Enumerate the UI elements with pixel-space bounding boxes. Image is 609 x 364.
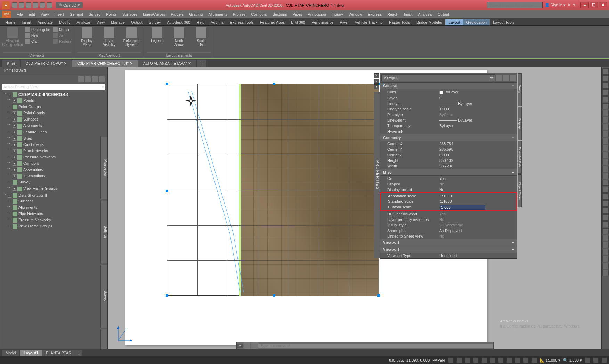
- viewport-config-button[interactable]: ViewportConfiguration: [3, 27, 22, 47]
- rtool-icon-6[interactable]: [602, 110, 609, 116]
- ribtab-manage[interactable]: Manage: [108, 19, 128, 25]
- doctab-1[interactable]: C3D-METRIC-TOPO* ✕: [21, 60, 72, 67]
- selectobjects-icon[interactable]: [510, 75, 516, 81]
- layouttab-layout1[interactable]: Layout1: [20, 350, 42, 356]
- rtool-icon-20[interactable]: [602, 207, 609, 214]
- layouttab-planta-ptar[interactable]: PLANTA PTAR: [42, 350, 75, 356]
- ribtab-featured-apps[interactable]: Featured Apps: [257, 19, 288, 25]
- menu-input[interactable]: Input: [401, 12, 415, 16]
- open-icon[interactable]: [19, 2, 24, 8]
- toolspace-icon-3[interactable]: [92, 76, 98, 82]
- ribtab-insert[interactable]: Insert: [18, 19, 34, 25]
- palette-pin-icon[interactable]: ▸: [374, 79, 379, 84]
- rtool-icon-29[interactable]: [602, 270, 609, 276]
- rtool-icon-16[interactable]: [602, 180, 609, 186]
- prop-width[interactable]: Width535.238: [380, 163, 517, 169]
- menu-insert[interactable]: Insert: [51, 12, 67, 16]
- display-button[interactable]: DisplayMaps: [77, 27, 97, 47]
- ortho-toggle-icon[interactable]: [465, 357, 470, 363]
- rtool-icon-9[interactable]: [602, 131, 609, 137]
- tree-feature-lines[interactable]: +Feature Lines: [8, 129, 98, 135]
- ribtab-performance[interactable]: Performance: [308, 19, 336, 25]
- ribtab-vehicle-tracking[interactable]: Vehicle Tracking: [352, 19, 386, 25]
- prop-shade-plot[interactable]: Shade plotAs Displayed: [380, 228, 517, 233]
- rtool-icon-4[interactable]: [602, 96, 609, 102]
- menu-general[interactable]: General: [67, 12, 86, 16]
- help-icon[interactable]: ?: [573, 3, 575, 7]
- workspace-icon[interactable]: [585, 357, 590, 363]
- redo-icon[interactable]: [47, 2, 52, 8]
- grid-toggle-icon[interactable]: [448, 357, 454, 363]
- prop-rtab-design[interactable]: Design: [518, 73, 522, 106]
- prop-annotation-scale[interactable]: Annotation scale1:1000: [381, 193, 516, 199]
- snap-toggle-icon[interactable]: [456, 357, 462, 363]
- prop-clipped[interactable]: ClippedNo: [380, 181, 517, 187]
- menu-grading[interactable]: Grading: [186, 12, 205, 16]
- prop-viewport-type[interactable]: Viewport TypeUndefined: [380, 253, 517, 258]
- rtool-icon-14[interactable]: [602, 166, 609, 172]
- prop-plot-style[interactable]: Plot styleByColor: [380, 112, 517, 117]
- customize-icon[interactable]: [593, 357, 599, 363]
- menu-file[interactable]: File: [14, 12, 26, 16]
- layouttab-model[interactable]: Model: [2, 350, 19, 356]
- osnap-toggle-icon[interactable]: [481, 357, 487, 363]
- tree-survey[interactable]: Survey: [8, 179, 98, 185]
- close-button[interactable]: ✕: [599, 2, 607, 8]
- prop-center-y[interactable]: Center Y285.598: [380, 147, 517, 152]
- menu-window[interactable]: Window: [346, 12, 365, 16]
- ribtab-home[interactable]: Home: [2, 19, 18, 25]
- ribtab-bridge-modeler[interactable]: Bridge Modeler: [413, 19, 446, 25]
- tree-point-clouds[interactable]: +Point Clouds: [8, 110, 98, 116]
- prop-display-locked[interactable]: Display lockedNo: [380, 187, 517, 192]
- exchange-icon[interactable]: ✕: [568, 3, 571, 7]
- menu-pipes[interactable]: Pipes: [290, 12, 305, 16]
- tree-view-frame-groups[interactable]: +View Frame Groups: [8, 185, 98, 191]
- menu-surfaces[interactable]: Surfaces: [120, 12, 140, 16]
- plot-icon[interactable]: [33, 2, 38, 8]
- doctab-3[interactable]: ALTO ALIANZA II ETAPA* ✕: [138, 60, 196, 67]
- toolspace-icon-2[interactable]: [85, 76, 91, 82]
- menu-output[interactable]: Output: [435, 12, 452, 16]
- ribtab-layout-tools[interactable]: Layout Tools: [490, 19, 518, 25]
- properties-palette[interactable]: ✕ ▸ ▾ PROPERTIES Viewport General−ColorB…: [380, 73, 517, 259]
- command-input[interactable]: [258, 344, 493, 348]
- shortcut-surfaces[interactable]: Surfaces: [8, 198, 98, 204]
- viewport[interactable]: [167, 84, 379, 296]
- drawing-canvas[interactable]: Activar WindowsIr a Configuración de PC …: [108, 67, 601, 349]
- menu-reach[interactable]: Reach: [384, 12, 401, 16]
- prop-color[interactable]: ColorByLayer: [380, 89, 517, 95]
- legend-button[interactable]: Legend: [147, 27, 167, 43]
- annomonitor-icon[interactable]: [523, 357, 529, 363]
- menu-points[interactable]: Points: [103, 12, 120, 16]
- prop-on[interactable]: OnYes: [380, 176, 517, 181]
- doctab-add-button[interactable]: +: [197, 60, 206, 67]
- toolspace-icon-1[interactable]: [78, 76, 84, 82]
- prop-layer-property-overrides[interactable]: Layer property overridesNo: [380, 217, 517, 222]
- prop-section-geometry[interactable]: Geometry−: [380, 134, 517, 141]
- rtool-icon-2[interactable]: [602, 82, 609, 89]
- custom-scale-input[interactable]: [440, 205, 485, 210]
- tree-pressure-networks[interactable]: +Pressure Networks: [8, 154, 98, 160]
- tree-assemblies[interactable]: +Assemblies: [8, 166, 98, 173]
- reference-button[interactable]: ReferenceSystem: [122, 27, 141, 47]
- tree-point-groups[interactable]: Point Groups: [8, 104, 98, 110]
- ribtab-raster-tools[interactable]: Raster Tools: [386, 19, 413, 25]
- ribtab-help[interactable]: Help: [193, 19, 208, 25]
- prop-height[interactable]: Height550.109: [380, 158, 517, 163]
- rtool-icon-19[interactable]: [602, 200, 609, 207]
- object-type-selector[interactable]: Viewport: [381, 74, 495, 81]
- shortcut-pipe-networks[interactable]: Pipe Networks: [8, 210, 98, 217]
- annotation-scale[interactable]: 📐 1:1000 ▾: [540, 358, 561, 363]
- tree-corridors[interactable]: +Corridors: [8, 160, 98, 166]
- rtool-icon-28[interactable]: [602, 263, 609, 269]
- palette-close-icon[interactable]: ✕: [374, 73, 379, 78]
- prop-center-z[interactable]: Center Z0.000: [380, 152, 517, 158]
- rtool-icon-11[interactable]: [602, 145, 609, 151]
- ribtab-autodesk-360[interactable]: Autodesk 360: [164, 19, 193, 25]
- menu-inquiry[interactable]: Inquiry: [329, 12, 346, 16]
- command-line[interactable]: ✕: [236, 342, 494, 349]
- ribtab-geolocation[interactable]: Geolocation: [463, 19, 490, 25]
- ribtab-annotate[interactable]: Annotate: [34, 19, 56, 25]
- ribtab-survey[interactable]: Survey: [146, 19, 164, 25]
- prop-hyperlink[interactable]: Hyperlink: [380, 129, 517, 134]
